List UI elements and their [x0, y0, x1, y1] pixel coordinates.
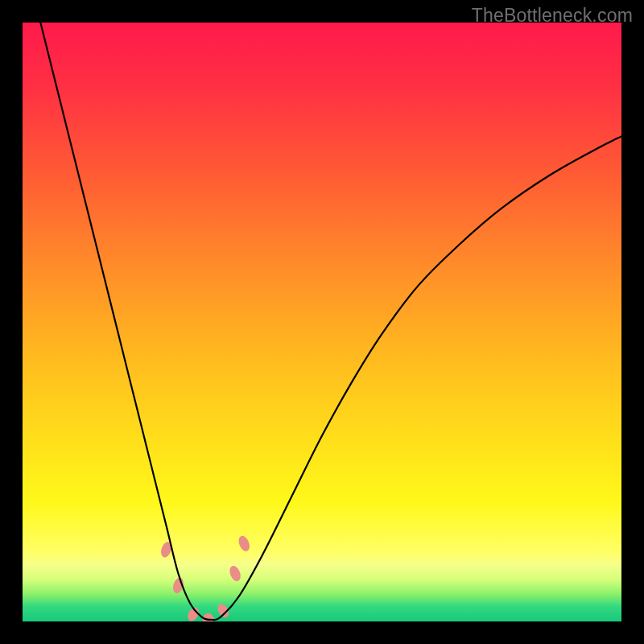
- outer-frame: TheBottleneck.com: [0, 0, 644, 644]
- chart-svg: [23, 23, 621, 621]
- plot-area: [23, 23, 621, 621]
- gradient-background: [23, 23, 621, 621]
